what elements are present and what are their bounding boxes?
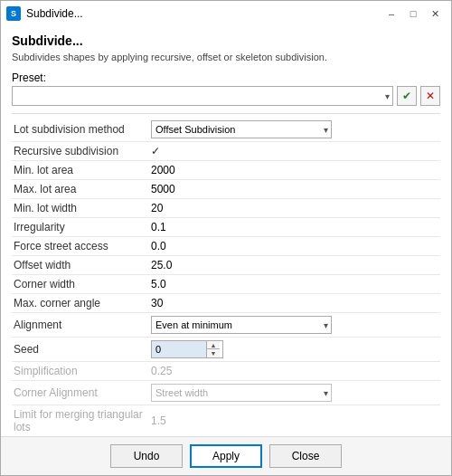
preset-select[interactable] bbox=[12, 86, 393, 106]
close-button[interactable]: Close bbox=[269, 444, 342, 468]
param-label: Corner Alignment bbox=[12, 381, 147, 405]
param-label: Alignment bbox=[12, 313, 147, 338]
param-value: 0.25 bbox=[147, 362, 440, 381]
param-label: Min. lot width bbox=[12, 199, 147, 218]
table-row: Corner AlignmentStreet width bbox=[12, 381, 440, 405]
param-label: Simplification bbox=[12, 362, 147, 381]
preset-controls: ✔ ✕ bbox=[12, 86, 440, 106]
footer: Undo Apply Close bbox=[1, 436, 451, 475]
seed-up-button[interactable]: ▲ bbox=[207, 341, 220, 349]
param-label: Max. corner angle bbox=[12, 294, 147, 313]
param-value: 25.0 bbox=[147, 256, 440, 275]
main-window: S Subdivide... – □ ✕ Subdivide... Subdiv… bbox=[0, 0, 452, 476]
table-row: Recursive subdivision✓ bbox=[12, 142, 440, 161]
seed-input[interactable] bbox=[152, 341, 206, 357]
app-icon: S bbox=[6, 6, 21, 21]
param-label: Offset width bbox=[12, 256, 147, 275]
table-row: Force street access0.0 bbox=[12, 237, 440, 256]
preset-section: Preset: ✔ ✕ bbox=[12, 71, 440, 106]
param-label: Lot subdivision method bbox=[12, 118, 147, 142]
table-row: Seed▲▼ bbox=[12, 338, 440, 362]
param-value: ✓ bbox=[147, 142, 440, 161]
param-label: Seed bbox=[12, 338, 147, 362]
table-row: Simplification0.25 bbox=[12, 362, 440, 381]
param-label: Min. lot area bbox=[12, 161, 147, 180]
param-value[interactable]: ▲▼ bbox=[147, 338, 440, 362]
dialog-title: Subdivide... bbox=[12, 33, 440, 48]
maximize-button[interactable]: □ bbox=[402, 5, 424, 23]
dialog-content: Subdivide... Subdivides shapes by applyi… bbox=[1, 26, 451, 436]
param-label: Irregularity bbox=[12, 218, 147, 237]
param-value: Street width bbox=[147, 381, 440, 405]
param-value: 0.1 bbox=[147, 218, 440, 237]
param-value: 30 bbox=[147, 294, 440, 313]
param-label: Max. lot area bbox=[12, 180, 147, 199]
minimize-button[interactable]: – bbox=[381, 5, 402, 23]
param-value: 0.0 bbox=[147, 237, 440, 256]
table-row: Min. lot area2000 bbox=[12, 161, 440, 180]
param-value[interactable]: Even at minimum bbox=[147, 313, 440, 338]
title-bar: S Subdivide... – □ ✕ bbox=[1, 1, 451, 26]
preset-label: Preset: bbox=[12, 71, 440, 84]
param-value: 1.5 bbox=[147, 405, 440, 437]
table-row: Irregularity0.1 bbox=[12, 218, 440, 237]
window-title: Subdivide... bbox=[26, 7, 381, 20]
param-value: 5.0 bbox=[147, 275, 440, 294]
seed-input-wrapper: ▲▼ bbox=[151, 340, 223, 358]
dialog-description: Subdivides shapes by applying recursive,… bbox=[12, 52, 440, 62]
param-dropdown-13: Street width bbox=[151, 384, 332, 402]
table-row: Offset width25.0 bbox=[12, 256, 440, 275]
param-value: 20 bbox=[147, 199, 440, 218]
table-row: AlignmentEven at minimum bbox=[12, 313, 440, 338]
param-label: Limit for merging triangular lots bbox=[12, 405, 147, 437]
param-dropdown-0[interactable]: Offset Subdivision bbox=[151, 120, 332, 138]
params-table: Lot subdivision methodOffset Subdivision… bbox=[12, 118, 440, 436]
undo-button[interactable]: Undo bbox=[110, 444, 183, 468]
table-row: Corner width5.0 bbox=[12, 275, 440, 294]
apply-button[interactable]: Apply bbox=[190, 444, 262, 468]
param-label: Corner width bbox=[12, 275, 147, 294]
param-value: 2000 bbox=[147, 161, 440, 180]
preset-delete-button[interactable]: ✕ bbox=[420, 86, 440, 106]
preset-save-button[interactable]: ✔ bbox=[397, 86, 417, 106]
close-window-button[interactable]: ✕ bbox=[424, 5, 446, 23]
seed-down-button[interactable]: ▼ bbox=[207, 349, 220, 357]
table-row: Min. lot width20 bbox=[12, 199, 440, 218]
param-value[interactable]: Offset Subdivision bbox=[147, 118, 440, 142]
table-row: Max. corner angle30 bbox=[12, 294, 440, 313]
param-checkmark: ✓ bbox=[151, 145, 160, 157]
table-row: Limit for merging triangular lots1.5 bbox=[12, 405, 440, 437]
param-dropdown-10[interactable]: Even at minimum bbox=[151, 316, 332, 334]
window-controls: – □ ✕ bbox=[381, 5, 446, 23]
param-label: Force street access bbox=[12, 237, 147, 256]
divider bbox=[12, 113, 440, 114]
table-row: Lot subdivision methodOffset Subdivision bbox=[12, 118, 440, 142]
table-row: Max. lot area5000 bbox=[12, 180, 440, 199]
param-label: Recursive subdivision bbox=[12, 142, 147, 161]
param-value: 5000 bbox=[147, 180, 440, 199]
preset-dropdown-wrapper bbox=[12, 86, 393, 106]
